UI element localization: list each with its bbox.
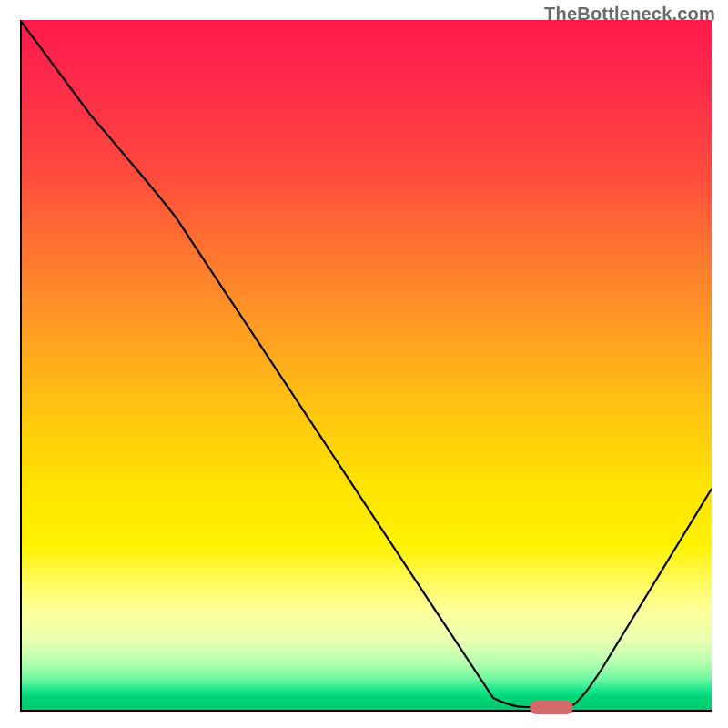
optimal-range-marker (530, 701, 573, 714)
plot-gradient-area (20, 20, 712, 712)
chart-container: TheBottleneck.com (0, 0, 728, 728)
